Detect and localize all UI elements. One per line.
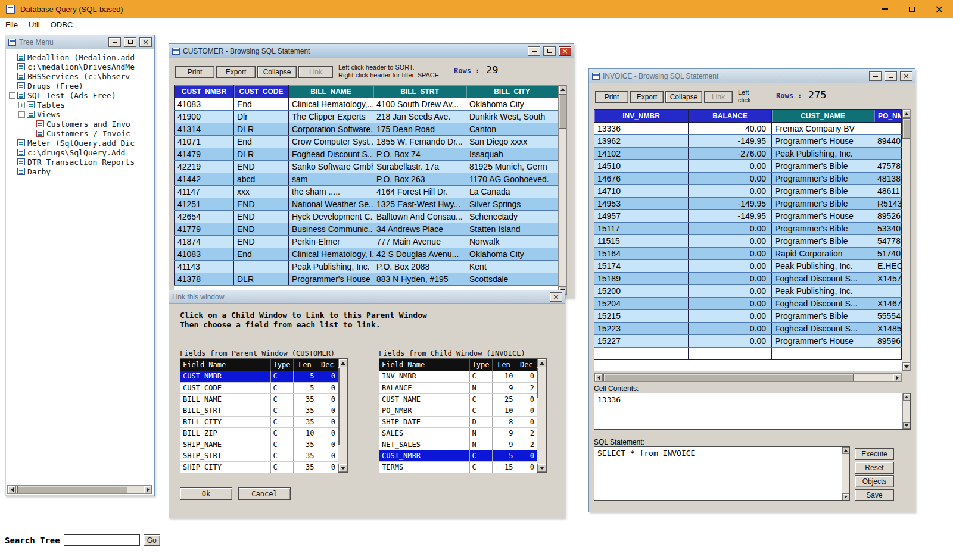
menu-item[interactable]: Util	[23, 18, 45, 31]
table-row[interactable]: 13336 40.00 Fremax Company BV	[594, 123, 902, 135]
scroll-up-button[interactable]	[537, 359, 546, 367]
table-row[interactable]: 41779 END Business Communic... 34 Andrew…	[175, 223, 558, 236]
scrollbar-track[interactable]	[537, 367, 546, 464]
cell-contents-scrollbar[interactable]	[902, 393, 910, 429]
table-row[interactable]: 14953 -149.95 Programmer's Bible R51434	[594, 198, 902, 210]
close-button[interactable]	[559, 46, 571, 56]
field-row[interactable]: INV_NMBR C 10 0	[379, 371, 537, 382]
table-row[interactable]: 42654 END Hyck Development C... Balltown…	[175, 211, 558, 223]
scrollbar-track[interactable]	[559, 93, 566, 286]
field-row[interactable]: BILL_ZIP C 10 0	[180, 427, 338, 439]
tree-item[interactable]: Darby	[6, 167, 154, 176]
scrollbar-track[interactable]	[16, 486, 144, 493]
minimize-button[interactable]	[108, 37, 121, 47]
scroll-left-button[interactable]	[8, 486, 16, 493]
field-row[interactable]: SHIP_CITY C 35 0	[180, 461, 338, 473]
field-row[interactable]: BALANCE N 9 2	[379, 382, 537, 393]
scroll-up-button[interactable]	[902, 110, 910, 118]
export-button[interactable]: Export	[216, 66, 256, 78]
table-row[interactable]: 14676 0.00 Programmer's Bible 48138	[594, 173, 902, 185]
field-row[interactable]: BILL_CITY C 35 0	[180, 416, 338, 427]
table-row[interactable]: 41083 End Clinical Hematology,... 4100 S…	[175, 98, 558, 111]
table-row[interactable]: 41083 End Clinical Hematology, I... 42 S…	[175, 248, 558, 261]
print-button[interactable]: Print	[595, 91, 628, 103]
table-row[interactable]: 15189 0.00 Foghead Discount S... X14578J	[594, 273, 902, 285]
invoice-titlebar[interactable]: INVOICE - Browsing SQL Statement	[589, 69, 915, 83]
scroll-down-button[interactable]	[903, 422, 910, 429]
table-row[interactable]: 15227 0.00 Programmer's House 895968	[594, 335, 902, 348]
scroll-down-button[interactable]	[842, 493, 849, 500]
menu-item[interactable]: File	[0, 18, 23, 31]
customer-vertical-scrollbar[interactable]	[558, 85, 567, 295]
scrollbar-track[interactable]	[842, 454, 849, 493]
collapse-button[interactable]: Collapse	[665, 91, 702, 103]
app-minimize-button[interactable]	[871, 0, 898, 18]
field-row[interactable]: TERMS C 15 0	[379, 461, 537, 473]
scrollbar-thumb[interactable]	[559, 94, 566, 129]
parent-fields-scrollbar[interactable]	[338, 359, 347, 472]
tree-item[interactable]: Customers / Invoic	[6, 129, 154, 138]
ok-button[interactable]: Ok	[180, 487, 232, 500]
tree-item[interactable]: - Views	[6, 110, 154, 119]
collapse-button[interactable]: Collapse	[257, 66, 297, 78]
scroll-down-button[interactable]	[902, 362, 910, 371]
scroll-up-button[interactable]	[903, 393, 910, 401]
tree-item[interactable]: + Tables	[6, 100, 154, 110]
scrollbar-thumb[interactable]	[17, 486, 127, 493]
app-maximize-button[interactable]	[898, 0, 926, 18]
sql-scrollbar[interactable]	[842, 447, 849, 500]
scroll-up-button[interactable]	[842, 447, 849, 454]
table-row[interactable]: 14510 0.00 Programmer's Bible 47578	[594, 160, 902, 173]
column-header[interactable]: INV_NMBR	[594, 110, 689, 123]
tree-item[interactable]: - SQL Test (Ads Free)	[6, 90, 154, 100]
table-row[interactable]: 15215 0.00 Programmer's Bible 55554	[594, 310, 902, 323]
scroll-up-button[interactable]	[338, 359, 347, 367]
go-button[interactable]: Go	[144, 534, 160, 546]
scrollbar-track[interactable]	[903, 401, 910, 422]
tree-item[interactable]: c:\drugs\SqlQuery.Add	[6, 148, 154, 157]
table-row[interactable]: 41251 END National Weather Se... 1325 Ea…	[175, 198, 558, 211]
column-header[interactable]: BILL_NAME	[289, 85, 373, 98]
link-dialog-titlebar[interactable]: Link this window	[169, 290, 565, 304]
cell-contents-box[interactable]: 13336	[594, 393, 911, 430]
maximize-button[interactable]	[885, 71, 897, 81]
close-button[interactable]	[139, 37, 152, 47]
tree-item[interactable]: BHSServices (c:\bhserv	[6, 71, 154, 81]
column-header[interactable]: CUST_NMBR	[175, 85, 234, 98]
scrollbar-track[interactable]	[338, 367, 347, 464]
table-row[interactable]: 15164 0.00 Rapid Corporation 517404	[594, 248, 902, 260]
table-row[interactable]: 15117 0.00 Programmer's Bible 53340	[594, 223, 902, 235]
invoice-horizontal-scrollbar[interactable]	[594, 373, 902, 382]
tree-item[interactable]: DTR Transaction Reports	[6, 157, 154, 167]
table-row[interactable]: 41314 DLR Corporation Software... 175 De…	[175, 123, 558, 136]
field-row[interactable]: CUST_NMBR C 5 0	[180, 371, 338, 382]
scroll-right-button[interactable]	[893, 374, 901, 381]
tree-item[interactable]: Medallion (Medalion.add	[6, 52, 154, 62]
tree-item[interactable]: Meter (SqlQuery.add Dic	[6, 138, 154, 148]
field-row[interactable]: BILL_STRT C 35 0	[180, 405, 338, 416]
field-row[interactable]: BILL_NAME C 35 0	[180, 393, 338, 405]
tree-horizontal-scrollbar[interactable]	[7, 485, 152, 494]
cancel-button[interactable]: Cancel	[238, 487, 291, 500]
objects-button[interactable]: Objects	[855, 475, 894, 487]
minimize-button[interactable]	[528, 46, 540, 56]
maximize-button[interactable]	[124, 37, 136, 47]
field-row[interactable]: SHIP_DATE D 8 0	[379, 416, 537, 427]
column-header[interactable]: CUST_NAME	[772, 110, 874, 123]
field-row[interactable]: CUST_NMBR C 5 0	[379, 450, 537, 461]
scroll-left-button[interactable]	[594, 374, 603, 381]
table-row[interactable]: 15200 0.00 Peak Publishing, Inc.	[594, 285, 902, 298]
table-row[interactable]: 41900 Dlr The Clipper Experts 218 Jan Se…	[175, 111, 558, 123]
column-header[interactable]: BILL_CITY	[466, 85, 558, 98]
table-row[interactable]: 41479 DLR Foghead Discount S... P.O. Box…	[175, 148, 558, 161]
table-row[interactable]: 41874 END Perkin-Elmer 777 Main Avenue N…	[175, 236, 558, 248]
execute-button[interactable]: Execute	[855, 448, 894, 460]
column-header[interactable]: PO_NMBR	[874, 110, 902, 123]
child-fields-scrollbar[interactable]	[537, 359, 546, 472]
table-row[interactable]: 15174 0.00 Peak Publishing, Inc. E.HECTO	[594, 260, 902, 273]
column-header[interactable]: BALANCE	[689, 110, 772, 123]
scrollbar-thumb[interactable]	[537, 368, 538, 398]
export-button[interactable]: Export	[630, 91, 664, 103]
table-row[interactable]: 41147 xxx the sham ..... 4164 Forest Hil…	[175, 186, 558, 198]
maximize-button[interactable]	[543, 46, 556, 56]
